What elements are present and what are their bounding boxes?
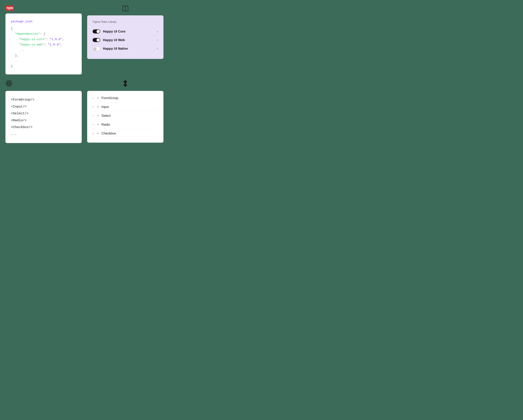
diamond-select-icon: ✦	[97, 114, 99, 117]
react-section: <FormGroup/> <Input/> <Select/> <Radio/>…	[3, 77, 84, 146]
component-dots: ...	[11, 131, 76, 137]
list-label-radio: Radio	[101, 123, 110, 127]
book-icon	[87, 5, 163, 13]
component-card: <FormGroup/> <Input/> <Select/> <Radio/>…	[5, 91, 82, 143]
list-label-checkbox: Checkbox	[101, 131, 116, 135]
code-dependencies-key: "dependencies": {	[11, 31, 76, 37]
figma-label-web: Happy UI Web	[103, 38, 125, 42]
svg-rect-5	[123, 80, 127, 84]
diamond-checkbox-icon: ✦	[97, 132, 99, 135]
list-item-select[interactable]: ▾ ✦ Select	[91, 111, 159, 120]
code-dots-1: ...	[11, 48, 76, 53]
arrow-select: ▾	[93, 115, 95, 117]
toggle-happy-ui-native[interactable]	[93, 47, 100, 51]
code-open-brace: {	[11, 26, 76, 32]
chevron-right-web: ›	[157, 38, 158, 42]
component-radio: <Radio/>	[11, 117, 76, 124]
arrow-checkbox: ▾	[93, 132, 95, 135]
component-input: <Input/>	[11, 103, 76, 110]
code-card: package.json { "dependencies": { "happy-…	[5, 14, 82, 74]
figma-card-title: Figma Team Library	[93, 20, 158, 24]
list-item-radio[interactable]: ▾ ✦ Radio	[91, 120, 159, 129]
figma-label-native: Happy UI Native	[103, 47, 128, 50]
code-dots-2: ...	[11, 58, 76, 64]
npm-section: npm package.json { "dependencies": { "ha…	[3, 3, 84, 77]
diamond-input-icon: ✦	[97, 105, 99, 109]
list-label-formgroup: FormGroup	[101, 96, 118, 100]
code-filename: package.json	[11, 19, 76, 24]
component-checkbox: <Checkbox/>	[11, 124, 76, 131]
svg-point-4	[8, 83, 9, 84]
diamond-icon	[87, 80, 163, 88]
chevron-right-core: ›	[157, 30, 158, 33]
list-item-formgroup[interactable]: ▾ ✦ FormGroup	[91, 94, 159, 103]
arrow-input: ▾	[93, 106, 95, 108]
code-close-deps: },	[11, 53, 76, 58]
figma-card: Figma Team Library Happy UI Core › Happy…	[87, 15, 163, 59]
figma-item-core[interactable]: Happy UI Core ›	[93, 27, 158, 36]
diamond-section: ▾ ✦ FormGroup ▾ ✦ Input ▾ ✦ Select ▾ ✦ R…	[84, 77, 166, 146]
chevron-right-native: ›	[157, 47, 158, 50]
figma-label-core: Happy UI Core	[103, 30, 125, 33]
svg-rect-6	[123, 83, 127, 87]
code-happy-ui-core: "happy-ui-core": "1.0.0",	[11, 37, 76, 42]
list-label-input: Input	[101, 105, 109, 109]
toggle-happy-ui-web[interactable]	[93, 38, 100, 42]
list-label-select: Select	[101, 114, 111, 118]
list-item-checkbox[interactable]: ▾ ✦ Checkbox	[91, 129, 159, 138]
toggle-happy-ui-core[interactable]	[93, 29, 100, 33]
figma-item-native[interactable]: Happy UI Native ›	[93, 44, 158, 53]
arrow-formgroup: ▾	[93, 97, 95, 99]
diamond-radio-icon: ✦	[97, 123, 99, 126]
figma-item-web[interactable]: Happy UI Web ›	[93, 36, 158, 44]
code-close-brace: }	[11, 64, 76, 69]
react-icon	[5, 80, 82, 88]
arrow-radio: ▾	[93, 123, 95, 126]
component-list-card: ▾ ✦ FormGroup ▾ ✦ Input ▾ ✦ Select ▾ ✦ R…	[87, 91, 163, 143]
component-select: <Select/>	[11, 110, 76, 117]
list-item-input[interactable]: ▾ ✦ Input	[91, 103, 159, 111]
code-happy-ui-web: "happy-ui-web": "1.0.0",	[11, 42, 76, 48]
npm-logo: npm	[5, 5, 14, 11]
component-formgroup: <FormGroup/>	[11, 96, 76, 103]
figma-section: Figma Team Library Happy UI Core › Happy…	[84, 3, 166, 77]
diamond-formgroup-icon: ✦	[97, 96, 99, 100]
